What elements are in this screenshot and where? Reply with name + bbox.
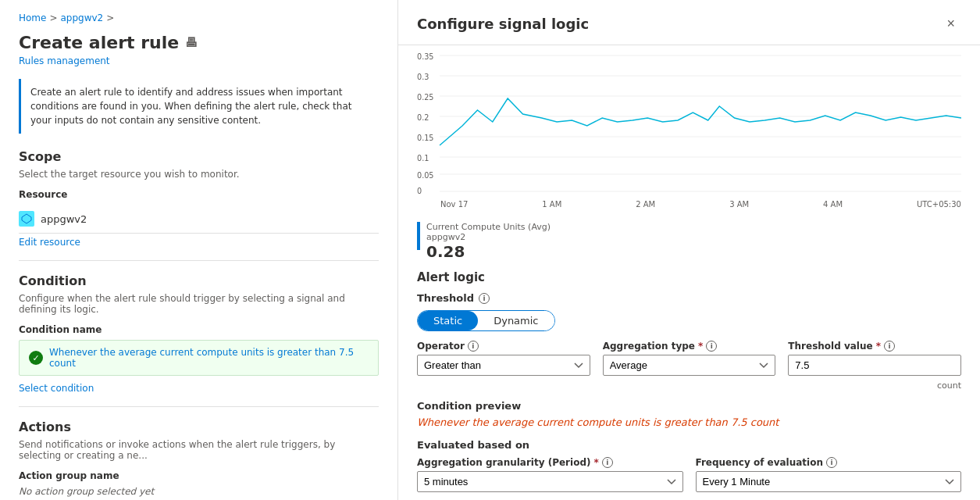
chart-x-nov17: Nov 17 [440, 200, 468, 209]
breadcrumb-sep2: > [106, 12, 114, 23]
threshold-val-group: Threshold value * i count [788, 341, 961, 391]
freq-label: Frequency of evaluation [696, 457, 824, 468]
operator-group: Operator i Greater than Less than Greate… [417, 341, 590, 391]
freq-select[interactable]: Every 1 Minute Every 5 Minutes Every 15 … [696, 471, 962, 492]
condition-preview-title: Condition preview [417, 400, 961, 412]
scope-title: Scope [19, 149, 379, 164]
condition-name-label: Condition name [19, 324, 379, 335]
threshold-val-input[interactable] [788, 355, 961, 376]
info-box: Create an alert rule to identify and add… [19, 79, 379, 134]
breadcrumb: Home > appgwv2 > [19, 12, 379, 23]
resource-icon [19, 211, 34, 227]
right-panel: Configure signal logic × 0.35 0.3 0.25 0… [398, 0, 980, 500]
condition-preview-section: Condition preview Whenever the average c… [417, 400, 961, 428]
rules-management-link[interactable]: Rules management [19, 55, 379, 66]
breadcrumb-appgwv2[interactable]: appgwv2 [61, 12, 104, 23]
condition-preview-text: Whenever the average current compute uni… [417, 416, 961, 428]
close-button[interactable]: × [940, 12, 961, 35]
condition-text: Whenever the average current compute uni… [49, 347, 369, 369]
count-label: count [788, 380, 961, 391]
agg-gran-group: Aggregation granularity (Period) * i 1 m… [417, 457, 683, 492]
legend-title: Current Compute Units (Avg) [426, 222, 551, 232]
operator-info-icon[interactable]: i [468, 341, 479, 352]
agg-gran-label: Aggregation granularity (Period) [417, 457, 590, 468]
condition-title: Condition [19, 273, 379, 288]
svg-text:0.1: 0.1 [417, 154, 429, 162]
threshold-val-label: Threshold value [788, 341, 872, 352]
agg-type-info-icon[interactable]: i [706, 341, 717, 352]
print-icon[interactable]: 🖶 [185, 35, 198, 50]
panel-header: Configure signal logic × [398, 0, 980, 45]
operator-label: Operator [417, 341, 465, 352]
select-condition-link[interactable]: Select condition [19, 383, 94, 394]
legend-bar [417, 222, 420, 250]
chart-svg: 0.35 0.3 0.25 0.2 0.15 0.1 0.05 0 [417, 52, 961, 196]
left-panel: Home > appgwv2 > Create alert rule 🖶 Rul… [0, 0, 398, 500]
chart-x-4am: 4 AM [823, 200, 843, 209]
condition-box: ✓ Whenever the average current compute u… [19, 340, 379, 376]
chart-utc: UTC+05:30 [917, 200, 961, 209]
toggle-dynamic[interactable]: Dynamic [478, 311, 554, 330]
breadcrumb-home[interactable]: Home [19, 12, 46, 23]
chart-x-1am: 1 AM [542, 200, 561, 209]
freq-group: Frequency of evaluation i Every 1 Minute… [696, 457, 962, 492]
threshold-toggle[interactable]: Static Dynamic [417, 310, 961, 331]
agg-type-group: Aggregation type * i Average Minimum Max… [603, 341, 776, 391]
alert-logic-title: Alert logic [417, 270, 961, 284]
evaluated-row: Aggregation granularity (Period) * i 1 m… [417, 457, 961, 492]
svg-marker-0 [22, 214, 31, 223]
operator-agg-threshold-row: Operator i Greater than Less than Greate… [417, 341, 961, 391]
evaluated-title: Evaluated based on [417, 439, 961, 451]
svg-text:0: 0 [417, 187, 422, 195]
legend-value: 0.28 [426, 242, 551, 261]
condition-desc: Configure when the alert rule should tri… [19, 293, 379, 315]
svg-text:0.25: 0.25 [417, 93, 434, 102]
operator-select-wrapper: Greater than Less than Greater than or e… [417, 355, 590, 376]
edit-resource-link[interactable]: Edit resource [19, 237, 379, 248]
freq-select-wrapper: Every 1 Minute Every 5 Minutes Every 15 … [696, 471, 962, 492]
svg-text:0.15: 0.15 [417, 134, 434, 142]
legend-subtitle: appgwv2 [426, 232, 551, 242]
action-group-label: Action group name [19, 470, 379, 481]
chart-x-3am: 3 AM [729, 200, 749, 209]
check-icon: ✓ [29, 351, 43, 365]
chart-legend: Current Compute Units (Avg) appgwv2 0.28 [398, 217, 980, 261]
threshold-val-info-icon[interactable]: i [884, 341, 895, 352]
scope-desc: Select the target resource you wish to m… [19, 169, 379, 180]
agg-gran-select-wrapper: 1 minute 5 minutes 15 minutes 30 minutes… [417, 471, 683, 492]
resource-row: appgwv2 [19, 205, 379, 234]
threshold-label-row: Threshold i [417, 292, 961, 304]
svg-text:0.05: 0.05 [417, 171, 434, 180]
breadcrumb-sep1: > [49, 12, 57, 23]
evaluated-section: Evaluated based on Aggregation granulari… [417, 439, 961, 492]
resource-label: Resource [19, 189, 379, 200]
no-action-text: No action group selected yet [19, 486, 379, 497]
svg-text:0.2: 0.2 [417, 113, 429, 122]
page-title: Create alert rule 🖶 [19, 33, 379, 52]
freq-info-icon[interactable]: i [826, 457, 837, 468]
agg-gran-info-icon[interactable]: i [602, 457, 613, 468]
panel-title: Configure signal logic [417, 16, 589, 32]
resource-name: appgwv2 [41, 213, 87, 225]
agg-type-label: Aggregation type [603, 341, 695, 352]
chart-x-2am: 2 AM [636, 200, 655, 209]
chart-container: 0.35 0.3 0.25 0.2 0.15 0.1 0.05 0 Nov 17… [398, 45, 980, 217]
threshold-info-icon[interactable]: i [479, 293, 490, 304]
actions-title: Actions [19, 420, 379, 434]
actions-desc: Send notifications or invoke actions whe… [19, 439, 379, 461]
alert-logic-section: Alert logic Threshold i Static Dynamic O… [398, 261, 980, 500]
agg-type-select[interactable]: Average Minimum Maximum Total Count [603, 355, 776, 376]
svg-text:0.3: 0.3 [417, 73, 429, 81]
svg-text:0.35: 0.35 [417, 52, 434, 61]
operator-select[interactable]: Greater than Less than Greater than or e… [417, 355, 590, 376]
toggle-static[interactable]: Static [418, 311, 478, 330]
agg-gran-select[interactable]: 1 minute 5 minutes 15 minutes 30 minutes… [417, 471, 683, 492]
agg-type-select-wrapper: Average Minimum Maximum Total Count [603, 355, 776, 376]
